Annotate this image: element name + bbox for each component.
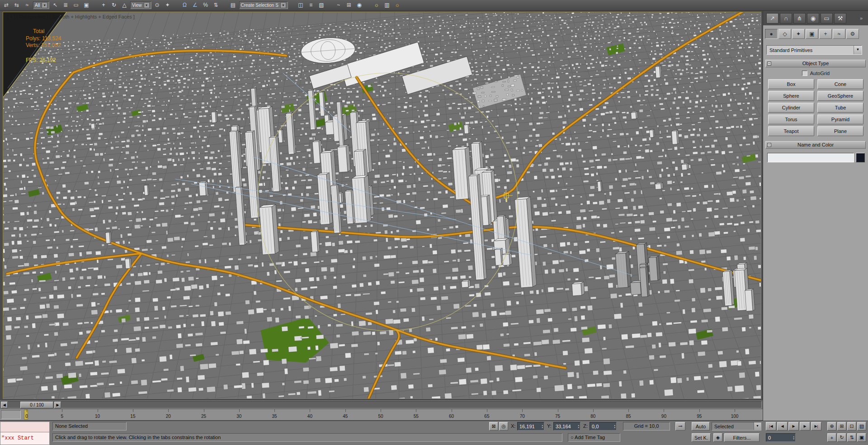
schematic-view-icon[interactable]: ⊞	[344, 1, 354, 9]
set-key-toggle-icon[interactable]: ⊸	[675, 422, 685, 431]
play-icon[interactable]: ▶	[788, 422, 799, 431]
current-frame-field[interactable]: 0▴▾	[766, 433, 796, 442]
maximize-viewport-icon[interactable]: ▣	[857, 433, 866, 442]
go-to-start-icon[interactable]: |◀	[766, 422, 776, 431]
time-slider-handle[interactable]: 0 / 100	[20, 402, 53, 408]
align-icon[interactable]: ≡	[307, 1, 316, 9]
object-color-swatch[interactable]	[856, 153, 865, 162]
unlink-selection-icon[interactable]: ⇆	[12, 1, 21, 9]
name-color-rollout-header[interactable]: − Name and Color	[765, 141, 866, 149]
object-type-button-cone[interactable]: Cone	[817, 79, 863, 89]
curve-editor-icon[interactable]: ~	[334, 1, 343, 9]
material-editor-icon[interactable]: ◉	[355, 1, 364, 9]
object-type-button-cylinder[interactable]: Cylinder	[768, 103, 814, 113]
named-selection-set-dropdown[interactable]: Create Selection S▼	[239, 1, 288, 9]
listener-pane[interactable]: "xxx Start	[0, 432, 50, 445]
tab-display[interactable]: ▭	[821, 13, 833, 24]
select-by-name-icon[interactable]: ≣	[61, 1, 70, 9]
reference-coordinate-dropdown[interactable]: View▼	[130, 1, 151, 9]
bind-to-space-warp-icon[interactable]: ≈	[23, 1, 32, 9]
object-type-button-box[interactable]: Box	[768, 79, 814, 89]
dolly-icon[interactable]: ⇅	[847, 433, 856, 442]
viewport-canvas[interactable]: TotalPolys: 113,524Verts: 151,052FPS: 26…	[3, 12, 761, 398]
previous-frame-arrow-icon[interactable]: ◀	[1, 402, 8, 408]
zoom-extents-icon[interactable]: ⊡	[847, 422, 856, 431]
category-space-warps-icon[interactable]: ≈	[833, 29, 845, 39]
set-key-button[interactable]: Set K.	[692, 433, 711, 442]
object-type-button-torus[interactable]: Torus	[768, 114, 814, 124]
selection-filter-dropdown[interactable]: All▼	[33, 1, 49, 9]
primitive-category-dropdown[interactable]: Standard Primitives ▼	[766, 45, 862, 55]
time-slider-track[interactable]	[0, 401, 762, 408]
orbit-icon[interactable]: ↻	[837, 433, 846, 442]
spinner-icon[interactable]: ▴▾	[614, 424, 615, 429]
render-setup-icon[interactable]: ☼	[372, 1, 381, 9]
mirror-icon[interactable]: ◫	[296, 1, 305, 9]
object-type-button-teapot[interactable]: Teapot	[768, 126, 814, 136]
select-and-manipulate-icon[interactable]: ✦	[163, 1, 172, 9]
y-coord-field[interactable]: 33,164▴▾	[553, 422, 580, 431]
category-helpers-icon[interactable]: +	[819, 29, 832, 39]
category-shapes-icon[interactable]: ◇	[778, 29, 791, 39]
render-production-icon[interactable]: ☼	[393, 1, 402, 9]
select-and-link-icon[interactable]: ⇄	[2, 1, 11, 9]
select-and-scale-icon[interactable]: △	[120, 1, 129, 9]
percent-snap-icon[interactable]: %	[201, 1, 210, 9]
x-coord-field[interactable]: 16,191▴▾	[517, 422, 544, 431]
layer-manager-icon[interactable]: ▧	[317, 1, 326, 9]
category-geometry-icon[interactable]: ●	[765, 29, 778, 39]
category-lights-icon[interactable]: ✦	[792, 29, 805, 39]
spinner-icon[interactable]: ▴▾	[542, 424, 543, 429]
use-center-icon[interactable]: ⊙	[153, 1, 162, 9]
select-and-move-icon[interactable]: +	[99, 1, 108, 9]
zoom-all-icon[interactable]: ⊞	[837, 422, 846, 431]
previous-frame-icon[interactable]: ◀	[777, 422, 788, 431]
go-to-end-icon[interactable]: ▶|	[811, 422, 821, 431]
zoom-icon[interactable]: ⊕	[827, 422, 836, 431]
object-type-button-pyramid[interactable]: Pyramid	[817, 114, 863, 124]
z-coord-field[interactable]: 0,0▴▾	[590, 422, 617, 431]
tab-motion[interactable]: ◉	[807, 13, 819, 24]
angle-snap-icon[interactable]: ∠	[191, 1, 200, 9]
tab-modify[interactable]: ∩	[780, 13, 792, 24]
spinner-icon[interactable]: ▴▾	[578, 424, 579, 429]
macro-recorder-pane[interactable]	[0, 421, 50, 432]
autogrid-checkbox[interactable]	[802, 71, 807, 76]
tab-hierarchy[interactable]: ⋔	[793, 13, 806, 24]
zoom-region-icon[interactable]: ▧	[857, 422, 866, 431]
category-systems-icon[interactable]: ⚙	[846, 29, 859, 39]
key-filters-button[interactable]: Filters...	[724, 433, 760, 442]
selection-region-icon[interactable]: ▭	[71, 1, 80, 9]
chevron-down-icon[interactable]: ▼	[754, 422, 761, 430]
object-type-rollout-header[interactable]: − Object Type	[765, 60, 866, 67]
next-frame-icon[interactable]: ▶	[800, 422, 810, 431]
snap-toggle-icon[interactable]: Ω	[180, 1, 189, 9]
object-type-button-geosphere[interactable]: GeoSphere	[817, 91, 863, 101]
object-name-input[interactable]	[767, 153, 854, 162]
time-slider[interactable]: ◀ 0 / 100 ▶	[0, 400, 763, 409]
spinner-snap-icon[interactable]: ⇅	[212, 1, 221, 9]
perspective-viewport[interactable]: TotalPolys: 113,524Verts: 151,052FPS: 26…	[3, 12, 761, 399]
object-type-button-tube[interactable]: Tube	[817, 103, 863, 113]
key-mode-dropdown[interactable]: Selected ▼	[712, 422, 761, 431]
selection-lock-icon[interactable]: ⊠	[489, 422, 498, 431]
spinner-icon[interactable]: ▴▾	[793, 436, 794, 440]
edit-named-selection-sets-icon[interactable]: ▤	[229, 1, 238, 9]
rendered-frame-icon[interactable]: ▥	[382, 1, 392, 9]
panel-pin-icon[interactable]: »	[857, 14, 865, 22]
add-time-tag[interactable]: ○ Add Time Tag	[568, 433, 620, 442]
absolute-offset-toggle-icon[interactable]: ◎	[499, 422, 508, 431]
select-object-icon[interactable]: ↖	[51, 1, 60, 9]
tab-utilities[interactable]: ⚒	[834, 13, 846, 24]
chevron-down-icon[interactable]: ▼	[854, 46, 862, 54]
key-filters-icon[interactable]: ◈	[713, 433, 722, 442]
category-cameras-icon[interactable]: ▣	[806, 29, 818, 39]
object-type-button-sphere[interactable]: Sphere	[768, 91, 814, 101]
auto-key-button[interactable]: Auto	[692, 422, 710, 431]
object-type-button-plane[interactable]: Plane	[817, 126, 863, 136]
window-crossing-icon[interactable]: ▣	[82, 1, 91, 9]
pan-view-icon[interactable]: +	[827, 433, 836, 442]
select-and-rotate-icon[interactable]: ↻	[109, 1, 118, 9]
tab-create[interactable]: ↗	[766, 13, 778, 24]
track-bar[interactable]: 0510152025303540455055606570758085909510…	[0, 409, 763, 421]
